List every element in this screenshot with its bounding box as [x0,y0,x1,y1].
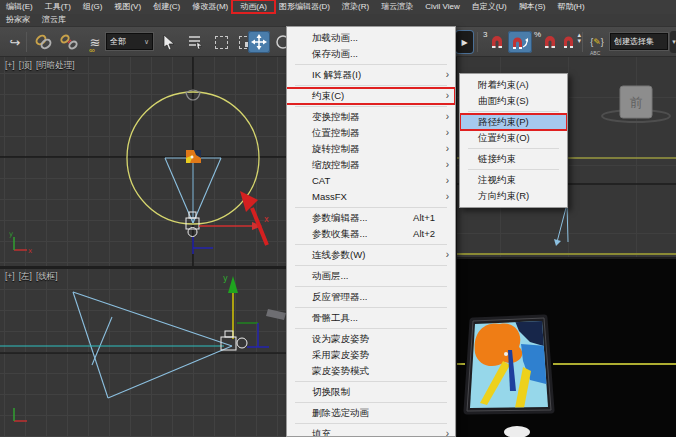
menu-item-reaction-manager[interactable]: 反应管理器... [287,289,455,305]
menu-item-bone-tools[interactable]: 骨骼工具... [287,310,455,326]
highlight-ellipse [504,426,530,437]
camera-cone-side [73,292,232,398]
dashed-rectangle-icon [215,36,228,49]
submenu-item-orientation-constraint[interactable]: 方向约束(R) [460,188,567,204]
submenu-item-path-constraint[interactable]: 路径约束(P) [460,114,567,130]
reference-coordinate-flyout-button[interactable]: ▶ [456,31,473,53]
menu-item-parameter-editor[interactable]: 参数编辑器...Alt+1 [287,210,455,226]
menubar-item-graph-editors[interactable]: 图形编辑器(D) [273,0,336,14]
select-by-name-button[interactable] [184,31,206,53]
submenu-item-surface-constraint[interactable]: 曲面约束(S) [460,93,567,109]
menu-item-skin-pose-mode[interactable]: 蒙皮姿势模式 [287,363,455,379]
menu-item-parameter-collector[interactable]: 参数收集器...Alt+2 [287,226,455,242]
menubar-item-group[interactable]: 组(G) [77,0,109,14]
menubar-item-tools[interactable]: 工具(T) [39,0,77,14]
viewport-menu-shading[interactable]: [明暗处理] [36,60,75,72]
snaps-toggle-3d-button[interactable]: 3 [482,31,506,53]
menubar-item-modifiers[interactable]: 修改器(M) [186,0,234,14]
menubar-item-raycloud-render[interactable]: 瑞云渲染 [375,0,419,14]
menubar-item-help[interactable]: 帮助(H) [551,0,590,14]
menu-separator [295,265,447,266]
menu-item-wire-parameters[interactable]: 连线参数(W)› [287,247,455,263]
named-selection-set-value: 创建选择集 [614,36,664,47]
constraints-submenu: 附着约束(A) 曲面约束(S) 路径约束(P) 位置约束(O) 链接约束 注视约… [459,73,568,208]
menubar-item-animation[interactable]: 动画(A) [234,0,273,14]
dropdown-arrow-icon: ▾ [672,38,676,46]
viewcube-front-label[interactable]: 前 [630,95,643,110]
select-and-link-button[interactable] [32,31,54,53]
viewport-perspective[interactable] [457,259,676,437]
submenu-item-lookat-constraint[interactable]: 注视约束 [460,172,567,188]
submenu-item-attachment-constraint[interactable]: 附着约束(A) [460,77,567,93]
menubar-item-views[interactable]: 视图(V) [108,0,147,14]
menubar-item-edit[interactable]: 编辑(E) [0,0,39,14]
menubar-item-customize[interactable]: 自定义(U) [466,0,513,14]
viewport-divider-right[interactable] [457,257,676,259]
gizmo-y-axis[interactable]: y [223,274,238,339]
annotation-arrow [240,191,267,245]
viewport-menu-general-left[interactable]: [+] [5,271,15,283]
viewport-menu-pov-left[interactable]: [左] [19,271,32,283]
named-selection-set-dropdown[interactable]: 创建选择集 [610,33,668,50]
unlink-selection-button[interactable] [58,31,80,53]
submenu-item-position-constraint[interactable]: 位置约束(O) [460,130,567,146]
tablet-object-render[interactable] [467,317,553,412]
viewport-menu-pov[interactable]: [顶] [19,60,32,72]
abc-label: ABC [590,50,600,56]
menu-separator [468,111,559,112]
menu-item-assume-skin-pose[interactable]: 采用蒙皮姿势 [287,347,455,363]
menu-item-massfx[interactable]: MassFX› [287,189,455,205]
menu-item-cat[interactable]: CAT› [287,173,455,189]
menu-item-transform-controllers[interactable]: 变换控制器› [287,109,455,125]
menu-separator [295,381,447,382]
menu-item-load-animation[interactable]: 加载动画... [287,30,455,46]
menubar-item-create[interactable]: 创建(C) [147,0,186,14]
select-object-button[interactable] [158,31,180,53]
menu-item-position-controllers[interactable]: 位置控制器› [287,125,455,141]
rectangular-selection-region-button[interactable] [210,31,232,53]
menu-item-delete-selected-animation[interactable]: 删除选定动画 [287,405,455,421]
menu-item-toggle-limits[interactable]: 切换限制 [287,384,455,400]
percent-snap-toggle-button[interactable]: % [534,31,558,53]
camera-object-side[interactable] [221,331,247,350]
viewport-perspective-scene [457,259,676,437]
menu-item-ik-solvers[interactable]: IK 解算器(I)› [287,67,455,83]
tripod-x-label: x [28,247,32,255]
menu-item-set-as-skin-pose[interactable]: 设为蒙皮姿势 [287,331,455,347]
menu-item-populate[interactable]: 填充› [287,426,455,437]
menu-separator [295,64,447,65]
angle-snap-toggle-button[interactable] [508,31,532,53]
submenu-arrow-icon: › [446,141,449,157]
menu-separator [295,423,447,424]
viewcube[interactable]: 前 [602,86,670,122]
edit-named-selection-sets-button[interactable]: {✎} ABC [586,31,608,53]
hierarchy-link-lines [193,237,213,254]
menu-separator [295,207,447,208]
bind-to-space-warp-button[interactable]: ≋ ∞ [84,31,106,53]
camera-cone [165,158,221,223]
tablet-object-side[interactable] [266,309,286,320]
menubar-item-civil-view[interactable]: Civil View [419,0,466,14]
shortcut-label: Alt+1 [413,210,435,226]
menubar-item-xuanyun-library[interactable]: 渲云库 [36,13,72,27]
selection-filter-dropdown[interactable]: 全部 ∨ [106,33,153,50]
menu-item-animation-layers[interactable]: 动画层... [287,268,455,284]
menubar-item-scripting[interactable]: 脚本(S) [513,0,552,14]
menubar-item-rendering[interactable]: 渲染(R) [336,0,375,14]
submenu-item-link-constraint[interactable]: 链接约束 [460,151,567,167]
spinner-snap-toggle-button[interactable]: ▴▾ [558,31,580,53]
menu-separator [295,307,447,308]
menu-item-scale-controllers[interactable]: 缩放控制器› [287,157,455,173]
viewport-menu-shading-left[interactable]: [线框] [36,271,58,283]
redo-button[interactable]: ↪ [4,31,26,53]
select-and-move-button[interactable] [248,31,270,53]
menubar-item-banjiajia[interactable]: 扮家家 [0,13,36,27]
tablet-object-center[interactable] [186,150,201,163]
menu-item-save-animation[interactable]: 保存动画... [287,46,455,62]
submenu-arrow-icon: › [446,173,449,189]
main-menubar: 编辑(E) 工具(T) 组(G) 视图(V) 创建(C) 修改器(M) 动画(A… [0,0,676,14]
viewport-menu-general[interactable]: [+] [5,60,15,72]
menu-item-constraints[interactable]: 约束(C) › [287,88,455,104]
menu-item-rotation-controllers[interactable]: 旋转控制器› [287,141,455,157]
selection-set-dropdown-arrow[interactable]: ▾ [670,31,676,53]
